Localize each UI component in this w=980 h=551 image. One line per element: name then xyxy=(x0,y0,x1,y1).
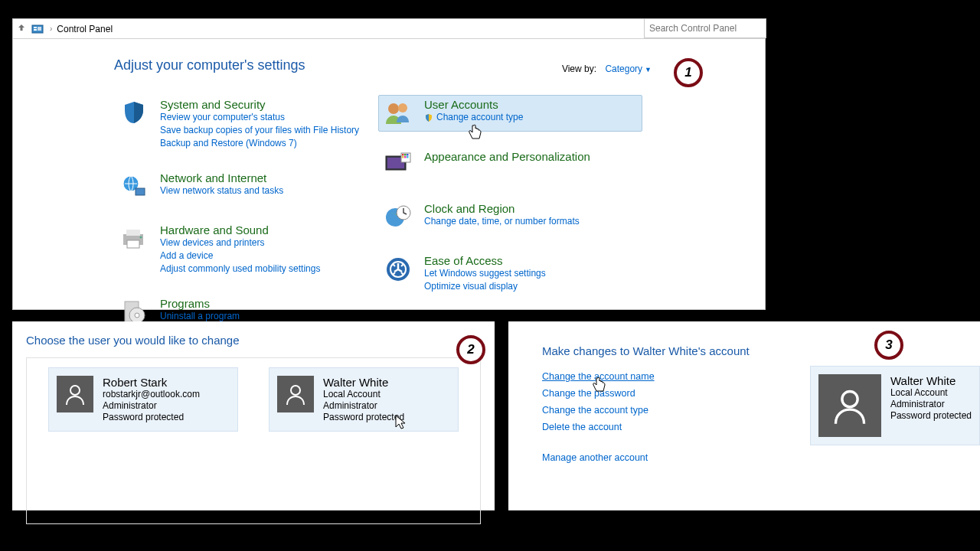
user-role: Administrator xyxy=(103,400,200,412)
panel-title: Choose the user you would like to change xyxy=(12,321,495,357)
category-system-security[interactable]: System and Security Review your computer… xyxy=(114,95,378,153)
globe-network-icon xyxy=(119,171,149,202)
category-clock-region[interactable]: Clock and Region Change date, time, or n… xyxy=(378,199,642,236)
up-arrow-icon[interactable] xyxy=(16,22,27,36)
svg-rect-1 xyxy=(34,27,37,28)
arrow-cursor-icon xyxy=(395,415,406,429)
link-delete-account[interactable]: Delete the account xyxy=(542,419,802,435)
user-card-robert-stark[interactable]: Robert Stark robstarkjr@outlook.com Admi… xyxy=(48,367,238,432)
user-role: Administrator xyxy=(323,400,404,412)
user-password-status: Password protected xyxy=(323,412,404,423)
page-title: Adjust your computer's settings xyxy=(114,57,765,73)
category-title[interactable]: Hardware and Sound xyxy=(160,223,320,236)
hand-cursor-icon xyxy=(591,377,606,393)
hand-cursor-icon xyxy=(467,124,482,141)
category-hardware-sound[interactable]: Hardware and Sound View devices and prin… xyxy=(114,220,378,279)
avatar-icon xyxy=(57,376,93,412)
user-role: Administrator xyxy=(890,399,972,410)
category-title[interactable]: Programs xyxy=(160,297,240,310)
link-change-password[interactable]: Change the password xyxy=(542,385,802,402)
category-title[interactable]: Appearance and Personalization xyxy=(424,150,590,163)
step-badge-2: 2 xyxy=(456,335,485,364)
chevron-down-icon: ▼ xyxy=(645,66,652,73)
shield-icon xyxy=(119,98,149,129)
category-link[interactable]: Let Windows suggest settings xyxy=(424,267,546,280)
view-by-control[interactable]: View by: Category▼ xyxy=(562,64,652,74)
svg-point-28 xyxy=(70,386,80,395)
category-title[interactable]: Clock and Region xyxy=(424,202,580,215)
svg-rect-5 xyxy=(136,188,145,195)
category-link[interactable]: Adjust commonly used mobility settings xyxy=(160,262,320,276)
user-name: Walter White xyxy=(890,374,972,387)
category-link[interactable]: View network status and tasks xyxy=(160,184,283,197)
avatar-icon xyxy=(277,376,314,412)
svg-point-9 xyxy=(140,236,142,239)
category-title[interactable]: User Accounts xyxy=(424,98,523,111)
category-link[interactable]: Change date, time, or number formats xyxy=(424,215,580,228)
user-type: Local Account xyxy=(890,387,972,399)
category-ease-of-access[interactable]: Ease of Access Let Windows suggest setti… xyxy=(378,251,642,296)
user-name: Walter White xyxy=(323,376,404,389)
svg-point-30 xyxy=(842,391,858,406)
svg-rect-21 xyxy=(402,156,404,158)
control-panel-window: › Control Panel ⌄ Adjust your computer's… xyxy=(12,18,766,310)
link-manage-another-account[interactable]: Manage another account xyxy=(542,449,802,466)
account-summary-card: Walter White Local Account Administrator… xyxy=(810,366,980,445)
user-accounts-icon xyxy=(383,98,413,129)
link-change-account-type[interactable]: Change the account type xyxy=(542,402,802,419)
svg-rect-3 xyxy=(38,27,41,31)
svg-point-13 xyxy=(388,103,399,114)
svg-rect-8 xyxy=(127,240,139,248)
step-badge-1: 1 xyxy=(674,58,703,87)
svg-rect-7 xyxy=(126,230,140,236)
svg-rect-18 xyxy=(402,154,404,156)
choose-user-window: Choose the user you would like to change… xyxy=(12,321,495,510)
category-appearance-personalization[interactable]: Appearance and Personalization xyxy=(378,147,642,184)
monitor-colors-icon xyxy=(383,150,413,181)
view-by-label: View by: xyxy=(562,64,596,74)
user-name: Robert Stark xyxy=(103,376,200,389)
category-column-left: System and Security Review your computer… xyxy=(114,95,378,346)
svg-point-29 xyxy=(291,386,300,395)
panel-title: Make changes to Walter White's account xyxy=(542,344,802,357)
category-link-change-account-type[interactable]: Change account type xyxy=(436,111,523,124)
user-card-walter-white[interactable]: Walter White Local Account Administrator… xyxy=(269,367,459,432)
svg-point-14 xyxy=(398,103,407,112)
printer-icon xyxy=(119,223,149,254)
user-type: Local Account xyxy=(323,389,404,400)
user-password-status: Password protected xyxy=(890,410,972,422)
category-title[interactable]: Network and Internet xyxy=(160,171,283,184)
breadcrumb-separator: › xyxy=(50,24,52,33)
category-column-right: User Accounts Change account type xyxy=(378,95,642,346)
category-link[interactable]: Review your computer's status xyxy=(160,111,359,124)
avatar-icon xyxy=(818,374,881,437)
user-email: robstarkjr@outlook.com xyxy=(103,389,200,400)
svg-rect-22 xyxy=(404,156,407,158)
category-link[interactable]: Save backup copies of your files with Fi… xyxy=(160,124,359,137)
category-link[interactable]: View devices and printers xyxy=(160,236,320,249)
breadcrumb-location[interactable]: Control Panel xyxy=(57,24,113,34)
link-change-account-name[interactable]: Change the account name xyxy=(542,368,802,385)
clock-globe-icon xyxy=(383,202,413,233)
category-link[interactable]: Optimize visual display xyxy=(424,280,546,293)
search-box[interactable] xyxy=(644,18,766,38)
view-by-value[interactable]: Category xyxy=(605,64,642,74)
make-changes-window: Make changes to Walter White's account C… xyxy=(508,321,980,510)
uac-shield-icon xyxy=(424,113,433,122)
svg-rect-19 xyxy=(404,154,407,156)
category-user-accounts[interactable]: User Accounts Change account type xyxy=(378,95,642,132)
search-input[interactable] xyxy=(649,23,761,34)
svg-rect-23 xyxy=(407,156,409,158)
ease-of-access-icon xyxy=(383,254,413,285)
category-link[interactable]: Add a device xyxy=(160,249,320,262)
user-password-status: Password protected xyxy=(103,412,200,423)
category-title[interactable]: Ease of Access xyxy=(424,254,546,267)
svg-point-12 xyxy=(135,313,139,318)
category-network-internet[interactable]: Network and Internet View network status… xyxy=(114,168,378,205)
category-title[interactable]: System and Security xyxy=(160,98,359,111)
svg-rect-20 xyxy=(407,154,409,156)
control-panel-icon xyxy=(31,23,45,35)
category-link[interactable]: Backup and Restore (Windows 7) xyxy=(160,137,359,150)
step-badge-3: 3 xyxy=(874,331,903,360)
svg-rect-2 xyxy=(34,29,37,31)
